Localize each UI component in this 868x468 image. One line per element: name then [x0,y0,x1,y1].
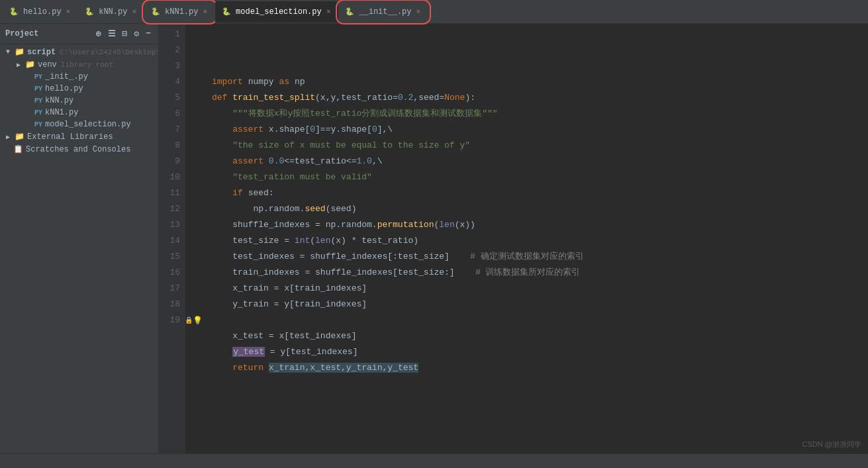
sidebar-item-knn1-py[interactable]: PYkNN1.py [0,107,158,118]
line-numbers: 12345678910111213141516171819 [159,24,185,453]
sidebar-item-model-sel-py[interactable]: PYmodel_selection.py [0,118,158,130]
tab-hello[interactable]: 🐍hello.py× [3,1,78,23]
code-content-13: train_indexes = shuffle_indexes[test_siz… [212,265,580,281]
gutter-18 [185,297,201,312]
gutter-3 [185,58,201,74]
tab-icon-init: 🐍 [345,7,354,16]
tab-model_selection[interactable]: 🐍model_selection.py× [215,1,338,23]
line-number-4: 4 [164,74,180,90]
tab-close-model_selection[interactable]: × [325,7,332,17]
line-number-10: 10 [164,169,180,185]
gutter-10 [185,169,201,185]
item-label-init-py: _init_.py [45,72,88,81]
gutter-11 [185,185,201,201]
code-line-18: y_test = y[test_indexes] [212,344,868,360]
line-number-19: 19 [164,312,180,328]
code-content-9: np.random.seed(seed) [212,201,356,217]
tab-kNN1[interactable]: 🐍kNN1.py× [144,1,215,23]
line-number-17: 17 [164,281,180,297]
code-content-17: x_test = x[test_indexes] [212,328,356,344]
tab-close-kNN[interactable]: × [130,7,138,17]
tab-icon-hello: 🐍 [9,7,19,16]
code-content-14: x_train = x[train_indexes] [212,281,367,297]
code-line-9: np.random.seed(seed) [212,201,868,217]
code-area: 12345678910111213141516171819 🔒💡 import … [159,24,868,453]
tab-label-model_selection: model_selection.py [236,7,322,17]
sidebar-item-ext-libs[interactable]: ▶📁External Libraries [0,130,158,143]
line-number-5: 5 [164,90,180,106]
code-lines[interactable]: import numpy as npdef train_test_split(x… [201,24,868,453]
code-line-19: return x_train,x_test,y_train,y_test [212,360,868,376]
item-icon-knn1-py: PY [34,109,42,117]
line-number-8: 8 [164,138,180,154]
sidebar-item-venv[interactable]: ▶📁venvlibrary root [0,58,158,71]
code-content-15: y_train = y[train_indexes] [212,297,367,312]
item-icon-ext-libs: 📁 [15,132,24,142]
code-line-13: train_indexes = shuffle_indexes[test_siz… [212,265,868,281]
collapse-icon[interactable]: ⊟ [121,28,130,40]
tab-close-init[interactable]: × [415,7,422,17]
gutter-15 [185,249,201,265]
gutter-19: 🔒💡 [185,312,201,328]
layout-icon[interactable]: ☰ [106,28,118,40]
code-line-2: def train_test_split(x,y,test_ratio=0.2,… [212,90,868,106]
line-number-11: 11 [164,185,180,201]
code-line-1: import numpy as np [212,74,868,90]
code-content-18: y_test = y[test_indexes] [212,344,358,360]
tab-kNN[interactable]: 🐍kNN.py× [78,1,144,23]
item-label-ext-libs: External Libraries [27,132,113,142]
item-subtitle-script-root: C:\Users\24245\Desktop\machinelearning\s… [60,48,159,56]
code-content-19: return x_train,x_test,y_train,y_test [212,360,418,376]
code-content-5: "the size of x must be equal to the size… [212,138,470,154]
gear-icon[interactable]: ⚙ [132,28,141,40]
code-line-12: test_indexes = shuffle_indexes[:test_siz… [212,249,868,265]
tree-arrow-script-root: ▼ [3,48,13,56]
code-content-4: assert x.shape[0]==y.shape[0],\ [212,122,393,138]
item-icon-hello-py: PY [34,85,42,93]
gutter-13 [185,217,201,233]
tree-arrow-ext-libs: ▶ [3,133,13,141]
add-content-icon[interactable]: ⊕ [94,28,103,40]
sidebar-item-init-py[interactable]: PY_init_.py [0,71,158,83]
sidebar-item-scratches[interactable]: 📋Scratches and Consoles [0,143,158,156]
item-icon-knn-py: PY [34,97,42,105]
code-content-8: if seed: [212,185,274,201]
code-line-4: assert x.shape[0]==y.shape[0],\ [212,122,868,138]
line-number-12: 12 [164,201,180,217]
code-line-10: shuffle_indexes = np.random.permutation(… [212,217,868,233]
code-line-6: assert 0.0<=test_ratio<=1.0,\ [212,154,868,169]
gutter-4 [185,74,201,90]
item-label-venv: venv [38,60,57,70]
sidebar-item-knn-py[interactable]: PYkNN.py [0,95,158,107]
tab-bar: 🐍hello.py×🐍kNN.py×🐍kNN1.py×🐍model_select… [0,0,868,24]
line-number-13: 13 [164,217,180,233]
line-number-7: 7 [164,122,180,138]
code-content-10: shuffle_indexes = np.random.permutation(… [212,217,475,233]
item-label-knn-py: kNN.py [45,96,73,105]
line-number-3: 3 [164,58,180,74]
gutter-column: 🔒💡 [185,24,201,453]
tab-close-hello[interactable]: × [65,7,72,17]
item-icon-scratches: 📋 [13,144,23,154]
status-bar [0,453,868,468]
item-label-hello-py: hello.py [45,84,83,93]
code-line-11: test_size = int(len(x) * test_ratio) [212,233,868,249]
code-content-11: test_size = int(len(x) * test_ratio) [212,233,418,249]
project-header-title: Project [5,29,38,38]
line-number-6: 6 [164,106,180,122]
tab-close-kNN1[interactable]: × [201,7,209,17]
tab-init[interactable]: 🐍__init__.py× [338,1,428,23]
item-icon-venv: 📁 [25,60,35,70]
code-line-16 [212,312,868,328]
gutter-6 [185,106,201,122]
minimize-icon[interactable]: − [144,28,153,40]
gutter-12 [185,201,201,217]
tab-icon-model_selection: 🐍 [222,7,231,16]
sidebar-item-hello-py[interactable]: PYhello.py [0,83,158,95]
item-subtitle-venv: library root [61,61,113,69]
sidebar-item-script-root[interactable]: ▼📁scriptC:\Users\24245\Desktop\machinele… [0,46,158,58]
code-content: 12345678910111213141516171819 🔒💡 import … [159,24,868,453]
line-number-18: 18 [164,297,180,312]
code-content-12: test_indexes = shuffle_indexes[:test_siz… [212,249,584,265]
line-number-15: 15 [164,249,180,265]
